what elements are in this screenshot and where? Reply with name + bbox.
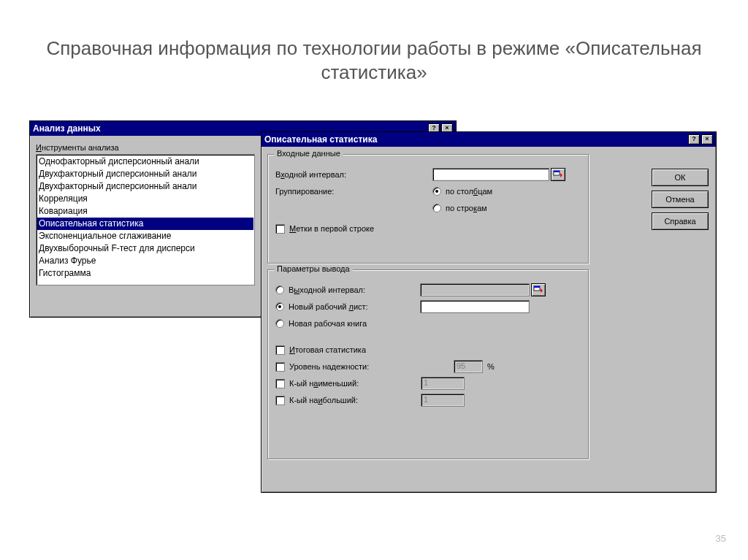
labels-checkbox[interactable]	[275, 224, 285, 234]
button-column: ОК Отмена Справка	[652, 169, 709, 234]
kth-largest-label: К-ый наибольший:	[289, 396, 421, 404]
close-icon[interactable]: ×	[701, 134, 713, 145]
help-icon[interactable]: ?	[688, 134, 700, 145]
output-group: Параметры вывода Выходной интервал: Новы…	[267, 269, 589, 459]
output-range-radio[interactable]	[275, 285, 284, 294]
output-range-picker-icon[interactable]	[531, 283, 546, 296]
input-range-field[interactable]	[432, 168, 549, 181]
page-number: 35	[716, 533, 726, 544]
summary-checkbox[interactable]	[275, 345, 285, 355]
labels-first-row-label: Метки в первой строке	[289, 224, 374, 233]
new-sheet-radio[interactable]	[275, 302, 284, 311]
tools-listbox[interactable]: Однофакторный дисперсионный аналиДвухфак…	[36, 154, 255, 285]
confidence-label: Уровень надежности:	[289, 362, 454, 371]
desc-titlebar: Описательная статистика ? ×	[262, 132, 716, 147]
list-item[interactable]: Гистограмма	[37, 267, 253, 280]
by-rows-label: по строкам	[446, 204, 487, 212]
new-sheet-field[interactable]	[420, 300, 530, 313]
grouping-label: Группирование:	[275, 187, 389, 196]
kth-largest-field[interactable]: 1	[421, 394, 465, 407]
desc-stats-dialog: Описательная статистика ? × Входные данн…	[261, 131, 717, 493]
output-range-field[interactable]	[420, 283, 530, 296]
by-rows-radio[interactable]	[432, 204, 441, 212]
by-columns-radio[interactable]	[432, 187, 441, 196]
summary-label: Итоговая статистика	[289, 345, 366, 354]
kth-smallest-field[interactable]: 1	[421, 377, 465, 390]
confidence-field[interactable]: 95	[454, 360, 483, 373]
list-item[interactable]: Двухфакторный дисперсионный анали	[37, 168, 253, 180]
range-picker-icon[interactable]	[551, 168, 565, 181]
analysis-title: Анализ данных	[33, 123, 101, 134]
slide-title: Справочная информация по технологии рабо…	[0, 37, 748, 84]
confidence-checkbox[interactable]	[275, 362, 285, 372]
list-item[interactable]: Экспоненциальное сглаживание	[37, 230, 253, 242]
by-columns-label: по столбцам	[446, 187, 492, 196]
list-item[interactable]: Корреляция	[37, 193, 253, 205]
kth-smallest-label: К-ый наименьший:	[289, 379, 421, 388]
input-group: Входные данные Входной интервал: Группир…	[267, 154, 589, 264]
new-book-label: Новая рабочая книга	[289, 319, 367, 328]
percent-label: %	[487, 362, 495, 371]
new-sheet-label: Новый рабочий лист:	[289, 302, 420, 311]
cancel-button[interactable]: Отмена	[652, 191, 709, 208]
desc-title: Описательная статистика	[264, 134, 377, 145]
output-legend: Параметры вывода	[274, 264, 353, 273]
svg-rect-1	[554, 171, 560, 172]
input-legend: Входные данные	[274, 149, 343, 158]
new-book-radio[interactable]	[275, 319, 284, 328]
kth-largest-checkbox[interactable]	[275, 396, 285, 405]
list-item[interactable]: Двухвыборочный F-тест для дисперси	[37, 242, 253, 255]
svg-rect-3	[534, 286, 540, 288]
ok-button[interactable]: ОК	[652, 169, 709, 186]
list-item[interactable]: Описательная статистика	[37, 218, 253, 230]
kth-smallest-checkbox[interactable]	[275, 379, 285, 388]
list-item[interactable]: Ковариация	[37, 205, 253, 218]
list-item[interactable]: Анализ Фурье	[37, 255, 253, 267]
input-range-label: Входной интервал:	[275, 170, 389, 179]
list-item[interactable]: Двухфакторный дисперсионный анали	[37, 180, 253, 193]
help-button[interactable]: Справка	[652, 212, 709, 230]
output-range-label: Выходной интервал:	[289, 285, 420, 294]
list-item[interactable]: Однофакторный дисперсионный анали	[37, 156, 253, 168]
